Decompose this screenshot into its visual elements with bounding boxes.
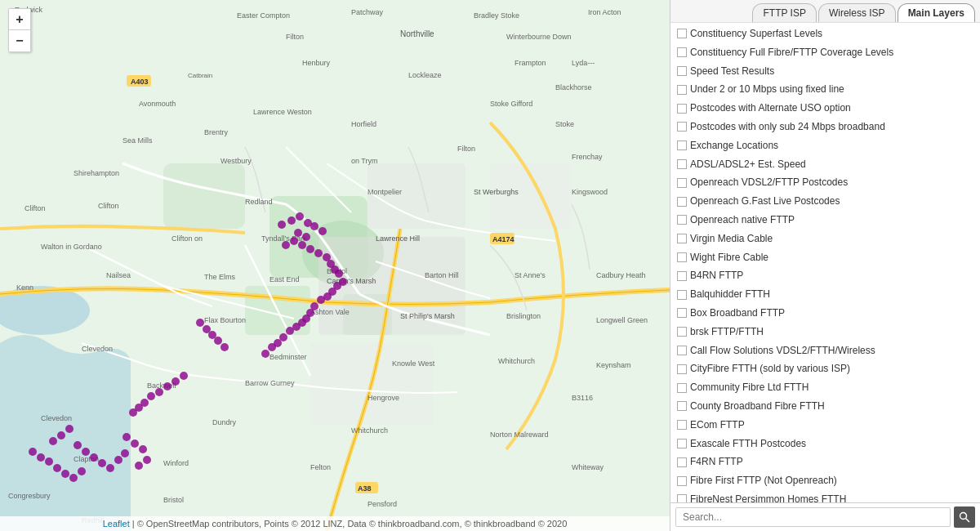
svg-text:B3116: B3116 bbox=[572, 394, 593, 402]
svg-text:Kingswood: Kingswood bbox=[572, 188, 608, 196]
svg-text:Filton: Filton bbox=[457, 145, 475, 153]
svg-text:Sea Mills: Sea Mills bbox=[122, 136, 153, 145]
layer-item[interactable]: Balquhidder FTTH bbox=[670, 285, 980, 304]
layer-label: Openreach native FTTP bbox=[690, 213, 795, 227]
map-dot bbox=[98, 459, 106, 467]
svg-text:Easter Compton: Easter Compton bbox=[237, 11, 290, 20]
layer-item[interactable]: F4RN FTTP bbox=[670, 453, 980, 471]
svg-text:A38: A38 bbox=[358, 484, 372, 493]
map-dot bbox=[53, 464, 61, 472]
svg-text:Whiteway: Whiteway bbox=[572, 463, 604, 471]
svg-text:Clevedon: Clevedon bbox=[82, 345, 113, 353]
search-bar bbox=[670, 502, 980, 531]
zoom-in-button[interactable]: + bbox=[9, 9, 30, 30]
layer-label: County Broadband Fibre FTTH bbox=[690, 399, 825, 413]
layer-item[interactable]: Postcodes with Alternate USO option bbox=[670, 99, 980, 118]
layer-label: CityFibre FTTH (sold by various ISP) bbox=[690, 362, 850, 376]
layer-label: FibreNest Persimmon Homes FTTH bbox=[690, 493, 846, 502]
map-dot bbox=[57, 431, 65, 440]
svg-text:Cadbury Heath: Cadbury Heath bbox=[596, 271, 646, 279]
map-dot bbox=[139, 445, 147, 453]
svg-text:Winford: Winford bbox=[163, 459, 189, 467]
svg-text:Kenn: Kenn bbox=[16, 283, 33, 292]
map-dot bbox=[114, 456, 122, 464]
svg-text:Lockleaze: Lockleaze bbox=[408, 71, 442, 79]
svg-text:Filton: Filton bbox=[286, 33, 304, 41]
layer-item[interactable]: Under 2 or 10 Mbps using fixed line bbox=[670, 80, 980, 99]
svg-text:on Trym: on Trym bbox=[351, 157, 378, 165]
map-dot bbox=[82, 448, 90, 456]
layer-item[interactable]: brsk FTTP/FTTH bbox=[670, 323, 980, 341]
layer-label: Wight Fibre Cable bbox=[690, 251, 768, 265]
svg-line-89 bbox=[966, 519, 970, 523]
layer-item[interactable]: Community Fibre Ltd FTTH bbox=[670, 378, 980, 397]
map-dot bbox=[90, 453, 98, 462]
svg-text:Shirehampton: Shirehampton bbox=[74, 169, 119, 177]
layer-item[interactable]: Constituency Full Fibre/FTTP Coverage Le… bbox=[670, 43, 980, 62]
layer-item[interactable]: B4RN FTTP bbox=[670, 266, 980, 285]
map-dot bbox=[287, 216, 296, 225]
map-dot bbox=[317, 296, 325, 304]
layer-item[interactable]: Speed Test Results bbox=[670, 62, 980, 81]
svg-text:Avonmouth: Avonmouth bbox=[139, 100, 176, 108]
layer-label: Balquhidder FTTH bbox=[690, 288, 770, 301]
map-dot bbox=[121, 449, 129, 457]
map-dot bbox=[49, 437, 57, 445]
svg-text:Whitchurch: Whitchurch bbox=[498, 357, 535, 365]
layer-item[interactable]: Postcodes with only sub 24 Mbps broadban… bbox=[670, 118, 980, 136]
map-dot bbox=[37, 453, 45, 462]
layer-item[interactable]: Openreach G.Fast Live Postcodes bbox=[670, 192, 980, 211]
svg-text:Lawrence Hill: Lawrence Hill bbox=[376, 234, 420, 243]
svg-point-88 bbox=[960, 513, 967, 520]
svg-text:Norton Malreward: Norton Malreward bbox=[490, 431, 549, 439]
leaflet-link[interactable]: Leaflet bbox=[103, 519, 130, 529]
layer-label: brsk FTTP/FTTH bbox=[690, 325, 764, 339]
layer-item[interactable]: Openreach VDSL2/FTTP Postcodes bbox=[670, 173, 980, 192]
layer-item[interactable]: ADSL/ADSL2+ Est. Speed bbox=[670, 155, 980, 174]
layer-item[interactable]: Exascale FTTH Postcodes bbox=[670, 435, 980, 453]
svg-text:Bristol: Bristol bbox=[163, 496, 184, 504]
svg-text:St Anne's: St Anne's bbox=[514, 271, 546, 279]
map-dot bbox=[282, 241, 290, 249]
svg-text:East End: East End bbox=[270, 275, 300, 283]
layer-item[interactable]: Fibre First FTTP (Not Openreach) bbox=[670, 471, 980, 490]
svg-text:St Werburghs: St Werburghs bbox=[474, 188, 519, 196]
layer-item[interactable]: CityFibre FTTH (sold by various ISP) bbox=[670, 359, 980, 378]
layer-item[interactable]: Openreach native FTTP bbox=[670, 211, 980, 230]
layer-item[interactable]: Constituency Superfast Levels bbox=[670, 25, 980, 43]
layer-item[interactable]: Box Broadband FTTP bbox=[670, 304, 980, 323]
tabs-bar: FTTP ISP Wireless ISP Main Layers bbox=[670, 0, 980, 23]
svg-text:Barrow Gurney: Barrow Gurney bbox=[245, 379, 295, 387]
map-dot bbox=[129, 408, 137, 417]
layer-label: Speed Test Results bbox=[690, 65, 774, 78]
layer-label: ECom FTTP bbox=[690, 418, 745, 432]
svg-text:Barton Hill: Barton Hill bbox=[425, 271, 459, 279]
layer-item[interactable]: County Broadband Fibre FTTH bbox=[670, 397, 980, 416]
tab-wireless-isp[interactable]: Wireless ISP bbox=[818, 3, 896, 22]
search-button[interactable] bbox=[954, 506, 975, 528]
search-input[interactable] bbox=[675, 507, 951, 527]
layer-label: Postcodes with Alternate USO option bbox=[690, 101, 851, 115]
layer-item[interactable]: Wight Fibre Cable bbox=[670, 248, 980, 267]
layer-item[interactable]: Virgin Media Cable bbox=[670, 230, 980, 248]
tab-fttp-isp[interactable]: FTTP ISP bbox=[752, 3, 816, 22]
map-dot bbox=[61, 470, 69, 478]
map-dot bbox=[135, 462, 143, 470]
svg-rect-8 bbox=[368, 163, 466, 229]
svg-text:St Philip's Marsh: St Philip's Marsh bbox=[400, 312, 455, 320]
layer-item[interactable]: Exchange Locations bbox=[670, 136, 980, 155]
svg-text:Brislington: Brislington bbox=[506, 312, 541, 320]
tab-main-layers[interactable]: Main Layers bbox=[898, 3, 975, 22]
map-dot bbox=[306, 245, 314, 253]
layer-item[interactable]: ECom FTTP bbox=[670, 416, 980, 435]
svg-text:Stoke Gifford: Stoke Gifford bbox=[490, 100, 532, 108]
svg-text:Henbury: Henbury bbox=[302, 59, 331, 67]
map-dot bbox=[172, 377, 180, 386]
svg-text:Keynsham: Keynsham bbox=[596, 361, 631, 369]
layer-item[interactable]: Call Flow Solutions VDSL2/FTTH/Wireless bbox=[670, 341, 980, 360]
map-dot bbox=[131, 440, 139, 448]
layer-item[interactable]: FibreNest Persimmon Homes FTTH bbox=[670, 490, 980, 502]
map[interactable]: Redwick Easter Compton Patchway Bradley … bbox=[0, 0, 670, 531]
svg-text:Lawrence Weston: Lawrence Weston bbox=[253, 108, 312, 116]
zoom-out-button[interactable]: − bbox=[9, 30, 30, 51]
